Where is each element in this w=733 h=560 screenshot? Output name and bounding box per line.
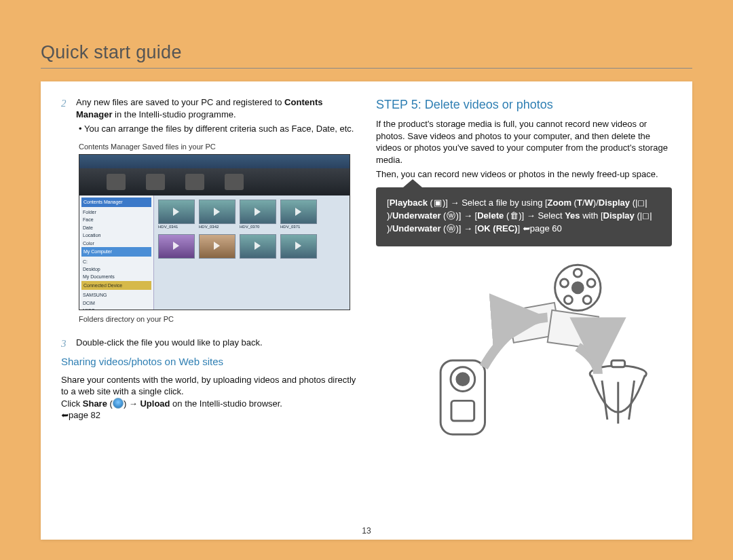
arrow-icon: → bbox=[527, 210, 535, 221]
svg-point-3 bbox=[587, 279, 595, 287]
txt: Select a file by using [ bbox=[459, 198, 548, 208]
txt: )] bbox=[519, 210, 527, 221]
ss-heading: My Computer bbox=[81, 247, 151, 256]
ss-heading: Connected Device bbox=[81, 281, 151, 290]
display-bold: Display bbox=[603, 210, 635, 221]
t-bold: T bbox=[577, 198, 582, 208]
svg-point-6 bbox=[561, 279, 569, 287]
svg-point-5 bbox=[564, 295, 572, 303]
ss-row: My Documents bbox=[81, 273, 151, 280]
step-number: 2 bbox=[61, 96, 69, 120]
arrow-icon: → bbox=[451, 198, 459, 208]
underwater-bold: Underwater bbox=[392, 210, 441, 221]
sharing-p1: Share your contents with the world, by u… bbox=[61, 374, 357, 398]
delete-bold: Delete bbox=[477, 210, 504, 221]
page-title: Quick start guide bbox=[41, 42, 182, 63]
txt: ( bbox=[635, 210, 640, 221]
txt: Click bbox=[61, 398, 83, 409]
item2-pre: Any new files are saved to your PC and r… bbox=[76, 97, 284, 107]
caption-top: Contents Manager Saved files in your PC bbox=[79, 142, 357, 152]
list-item-3: 3 Double-click the file you would like t… bbox=[61, 337, 357, 350]
svg-point-4 bbox=[583, 295, 591, 303]
sharing-p2: Click Share () → Upload on the Intelli-s… bbox=[61, 398, 357, 422]
pageref-arrow-icon: ➥ bbox=[61, 409, 69, 422]
display-icon: |◻| bbox=[635, 197, 647, 210]
svg-rect-8 bbox=[548, 310, 599, 349]
txt: ( bbox=[440, 210, 446, 221]
svg-rect-12 bbox=[451, 400, 474, 421]
playback-bold: Playback bbox=[390, 198, 428, 208]
ss-row: C: bbox=[81, 258, 151, 265]
right-column: STEP 5: Delete videos or photos If the p… bbox=[376, 96, 672, 533]
underwater-icon: ⓦ bbox=[446, 223, 455, 236]
ss-row: Color bbox=[81, 240, 151, 247]
thumb-label: HDV_0341 bbox=[158, 224, 195, 229]
upload-bold: Upload bbox=[138, 398, 170, 409]
title-rule bbox=[41, 68, 692, 69]
svg-point-11 bbox=[457, 373, 469, 385]
underwater-icon: ⓦ bbox=[446, 210, 455, 223]
zoom-bold: Zoom bbox=[548, 198, 571, 208]
ss-row: Folder bbox=[81, 208, 151, 216]
txt: )] bbox=[443, 198, 451, 208]
delete-illustration bbox=[376, 259, 672, 449]
svg-point-1 bbox=[572, 282, 583, 293]
share-bold: Share bbox=[83, 398, 107, 409]
item2-text: Any new files are saved to your PC and r… bbox=[76, 96, 357, 120]
txt: on the Intelli-studio browser. bbox=[170, 398, 282, 409]
ss-row: Desktop bbox=[81, 265, 151, 273]
step5-p1: If the product's storage media is full, … bbox=[376, 118, 672, 166]
pageref: page 60 bbox=[530, 223, 562, 234]
txt: ( bbox=[440, 223, 446, 234]
item3-text: Double-click the file you would like to … bbox=[76, 337, 263, 350]
screenshot-sidebar: Contents Manager Folder Face Date Locati… bbox=[79, 195, 154, 310]
procedure-callout: [Playback (▣)] → Select a file by using … bbox=[376, 187, 672, 246]
ss-row: SAMSUNG bbox=[81, 291, 151, 299]
item2-post: in the Intelli-studio programme. bbox=[112, 109, 236, 119]
sharing-heading: Sharing videos/photos on Web sites bbox=[61, 355, 357, 369]
txt: )] bbox=[455, 210, 464, 221]
share-icon bbox=[113, 398, 124, 409]
ss-row: Date bbox=[81, 224, 151, 231]
playback-icon: ▣ bbox=[433, 197, 443, 210]
caption-bottom: Folders directory on your PC bbox=[79, 314, 357, 324]
txt: Select bbox=[535, 210, 565, 221]
list-item-2: 2 Any new files are saved to your PC and… bbox=[61, 96, 357, 120]
txt: with bbox=[580, 210, 599, 221]
txt: ) bbox=[124, 398, 129, 409]
step-number: 3 bbox=[61, 337, 69, 350]
txt: ( bbox=[504, 210, 509, 221]
document-page: 2 Any new files are saved to your PC and… bbox=[41, 81, 692, 540]
thumb-label: HDV_0371 bbox=[280, 224, 317, 229]
page-number: 13 bbox=[41, 526, 692, 536]
left-column: 2 Any new files are saved to your PC and… bbox=[61, 96, 357, 533]
item2-bullet: You can arrange the files by different c… bbox=[79, 123, 357, 135]
step5-heading: STEP 5: Delete videos or photos bbox=[376, 96, 672, 113]
underwater-bold: Underwater bbox=[392, 223, 441, 234]
arrow-icon: → bbox=[464, 223, 472, 234]
txt: ( bbox=[428, 198, 433, 208]
ss-row: Face bbox=[81, 216, 151, 223]
thumb-label: HDV_0342 bbox=[199, 224, 236, 229]
pageref: page 82 bbox=[69, 410, 100, 420]
delete-icon: 🗑 bbox=[509, 210, 519, 223]
arrow-icon: → bbox=[129, 398, 138, 409]
intelli-studio-screenshot: Contents Manager Folder Face Date Locati… bbox=[79, 154, 350, 310]
txt: ] bbox=[517, 223, 522, 234]
display-icon: |◻| bbox=[640, 210, 652, 223]
arrow-icon: → bbox=[464, 210, 472, 221]
txt: )/ bbox=[387, 210, 392, 221]
w-bold: W bbox=[585, 198, 593, 208]
ss-row: MISC bbox=[81, 307, 151, 310]
txt: ( bbox=[571, 198, 577, 208]
svg-rect-17 bbox=[612, 360, 625, 367]
screenshot-thumbs: HDV_0341 HDV_0342 HDV_0370 HDV_0371 bbox=[154, 195, 350, 310]
display-bold: Display bbox=[599, 198, 630, 208]
thumb-label: HDV_0370 bbox=[240, 224, 276, 229]
ss-row: DCIM bbox=[81, 299, 151, 307]
pageref-arrow-icon: ➥ bbox=[523, 223, 530, 236]
ss-row: Location bbox=[81, 231, 151, 239]
txt: )/ bbox=[593, 198, 599, 208]
txt: )] bbox=[455, 223, 464, 234]
txt: ( bbox=[107, 398, 113, 409]
